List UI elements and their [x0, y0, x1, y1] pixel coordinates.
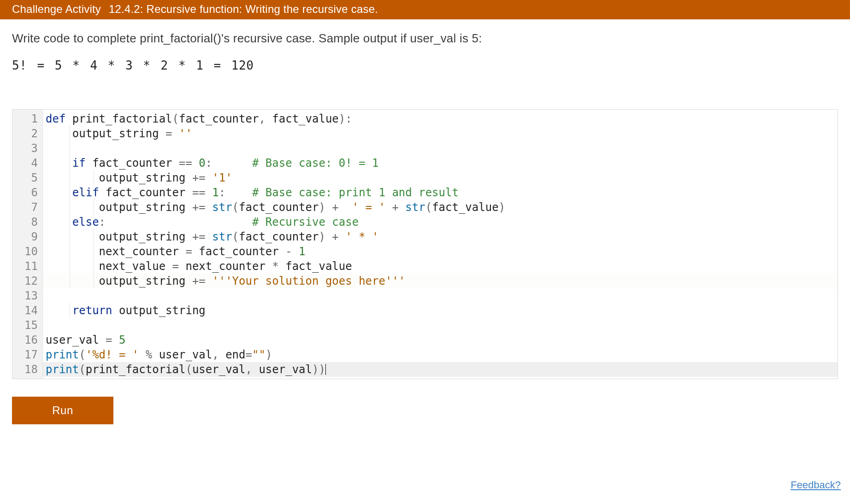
line-number: 4	[14, 156, 38, 170]
code-area[interactable]: def print_factorial(fact_counter, fact_v…	[43, 110, 838, 379]
line-number: 6	[14, 185, 38, 200]
code-line[interactable]: output_string += str(fact_counter) + ' =…	[43, 200, 838, 215]
line-number: 7	[14, 200, 38, 215]
code-line[interactable]: user_val = 5	[43, 333, 838, 347]
line-number: 12	[14, 274, 38, 288]
code-editor[interactable]: 123456789101112131415161718 def print_fa…	[12, 109, 838, 379]
code-line[interactable]: return output_string	[43, 303, 838, 318]
code-line[interactable]	[43, 141, 838, 156]
activity-label: Challenge Activity	[12, 3, 101, 16]
activity-title: Recursive function: Writing the recursiv…	[147, 3, 378, 15]
line-number: 15	[14, 318, 38, 333]
line-number: 13	[14, 288, 38, 303]
code-line[interactable]: print('%d! = ' % user_val, end="")	[43, 347, 838, 362]
code-line[interactable]: next_value = next_counter * fact_value	[43, 259, 838, 274]
line-number: 14	[14, 303, 38, 318]
line-number: 9	[14, 229, 38, 244]
code-line[interactable]	[43, 288, 838, 303]
line-number: 5	[14, 170, 38, 185]
activity-number: 12.4.2:	[109, 3, 143, 15]
code-line[interactable]: output_string += '1'	[43, 170, 838, 185]
line-number-gutter: 123456789101112131415161718	[12, 110, 43, 379]
line-number: 1	[14, 111, 38, 126]
line-number: 17	[14, 347, 38, 362]
line-number: 8	[14, 215, 38, 229]
code-line[interactable]: output_string += '''Your solution goes h…	[43, 274, 838, 288]
code-line[interactable]: output_string += str(fact_counter) + ' *…	[43, 229, 838, 244]
run-button[interactable]: Run	[12, 397, 113, 424]
code-line[interactable]: def print_factorial(fact_counter, fact_v…	[43, 111, 838, 126]
sample-output: 5! = 5 * 4 * 3 * 2 * 1 = 120	[0, 50, 850, 77]
text-cursor	[325, 364, 326, 375]
feedback-link[interactable]: Feedback?	[791, 479, 841, 491]
code-line[interactable]: if fact_counter == 0: # Base case: 0! = …	[43, 156, 838, 170]
instruction-text: Write code to complete print_factorial()…	[0, 19, 850, 50]
line-number: 11	[14, 259, 38, 274]
line-number: 10	[14, 244, 38, 259]
line-number: 16	[14, 333, 38, 347]
code-line[interactable]: output_string = ''	[43, 126, 838, 141]
line-number: 18	[14, 362, 38, 377]
code-line[interactable]: print(print_factorial(user_val, user_val…	[43, 362, 838, 377]
code-line[interactable]	[43, 318, 838, 333]
line-number: 2	[14, 126, 38, 141]
code-line[interactable]: elif fact_counter == 1: # Base case: pri…	[43, 185, 838, 200]
activity-header: Challenge Activity 12.4.2: Recursive fun…	[0, 0, 850, 19]
code-line[interactable]: else: # Recursive case	[43, 215, 838, 229]
line-number: 3	[14, 141, 38, 156]
code-line[interactable]: next_counter = fact_counter - 1	[43, 244, 838, 259]
